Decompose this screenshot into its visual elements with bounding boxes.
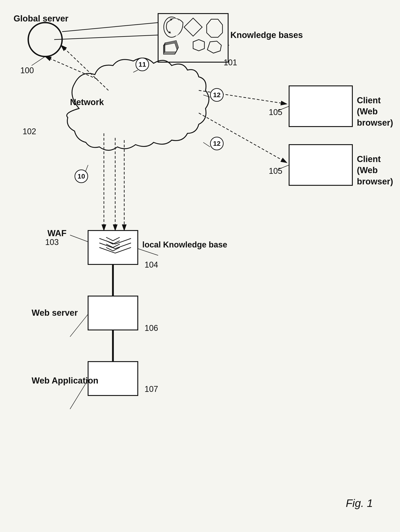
local-kb-label: local Knowledge base (142, 240, 227, 250)
web-server-label: Web server (32, 307, 78, 318)
client1-label: Client (Web browser) (357, 95, 400, 128)
svg-point-0 (164, 17, 180, 37)
waf-label: WAF (47, 228, 66, 239)
svg-marker-7 (193, 39, 204, 51)
ref-105-top: 105 (269, 107, 282, 117)
svg-rect-27 (289, 145, 352, 185)
svg-line-39 (203, 95, 210, 97)
diagram: Global server 100 Knowledge bases 101 Ne… (0, 0, 400, 532)
svg-marker-2 (184, 18, 202, 36)
network-label: Network (70, 97, 104, 108)
ref-100: 100 (20, 66, 34, 75)
web-app-label: Web Application (32, 375, 99, 386)
ref-102: 102 (23, 127, 36, 136)
circle-12a: 12 (210, 88, 224, 102)
ref-107: 107 (144, 384, 158, 394)
ref-103: 103 (45, 237, 59, 247)
client2-label: Client (Web browser) (357, 154, 400, 187)
svg-marker-6 (163, 43, 177, 54)
ref-106: 106 (144, 323, 158, 333)
figure-label: Fig. 1 (346, 497, 373, 509)
svg-line-31 (70, 235, 88, 242)
svg-line-11 (54, 35, 158, 39)
svg-rect-21 (88, 230, 138, 264)
ref-101: 101 (224, 58, 237, 67)
circle-11: 11 (136, 58, 149, 71)
global-server-label: Global server (13, 13, 69, 24)
svg-line-20 (62, 23, 158, 32)
svg-line-29 (32, 57, 45, 66)
ref-104: 104 (144, 260, 158, 270)
svg-line-28 (45, 57, 97, 79)
svg-rect-26 (289, 86, 352, 127)
svg-marker-3 (207, 19, 222, 37)
svg-point-1 (169, 19, 181, 36)
svg-point-10 (28, 23, 62, 57)
svg-rect-9 (158, 13, 228, 62)
circle-10: 10 (75, 170, 88, 183)
knowledge-bases-label: Knowledge bases (230, 30, 303, 40)
svg-marker-4 (165, 41, 178, 52)
circle-12b: 12 (210, 137, 224, 150)
svg-line-38 (133, 70, 138, 72)
svg-marker-5 (164, 42, 178, 53)
svg-line-40 (203, 142, 210, 147)
ref-105-bottom: 105 (269, 166, 282, 176)
svg-line-17 (199, 113, 287, 163)
svg-marker-8 (207, 41, 221, 53)
svg-rect-23 (88, 296, 138, 330)
svg-line-12 (61, 45, 108, 90)
